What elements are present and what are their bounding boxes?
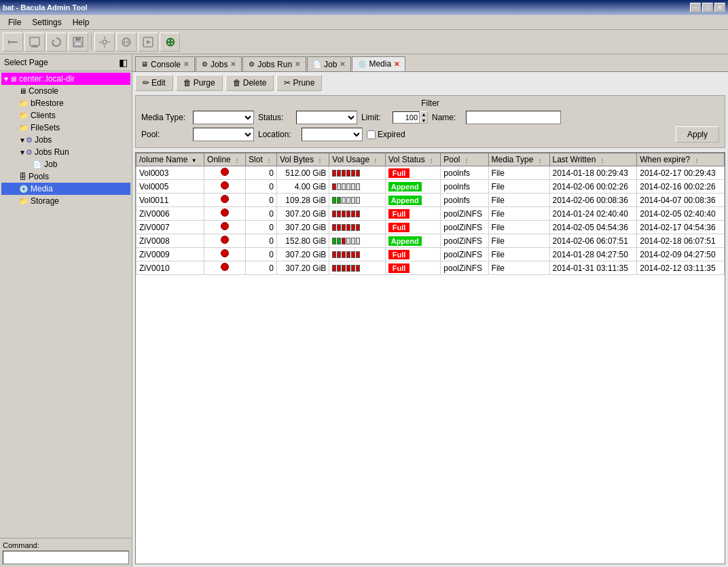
cell-slot: 0 (246, 180, 277, 194)
pool-select[interactable] (193, 128, 254, 141)
name-label: Name: (432, 113, 462, 122)
online-indicator (221, 263, 229, 271)
tree-toggle-jobsrun[interactable]: ▼ (19, 149, 26, 156)
cell-volume-name: ZiV0008 (136, 234, 204, 248)
table-row[interactable]: ZiV0007 0 307.20 GiB Full poolZiNFS File… (136, 221, 725, 234)
command-input[interactable] (3, 551, 129, 564)
table-row[interactable]: Vol0003 0 512.00 GiB Full poolnfs File 2… (136, 166, 725, 180)
menu-settings[interactable]: Settings (26, 16, 67, 29)
cell-vol-usage (329, 194, 385, 207)
edit-button[interactable]: ✏ Edit (135, 75, 173, 91)
center-label: center:.local-dir (19, 74, 75, 84)
apply-button[interactable]: Apply (676, 126, 719, 143)
col-when-expire[interactable]: When expire? ⋮ (637, 153, 725, 166)
svg-point-7 (103, 40, 107, 44)
cell-slot: 0 (246, 194, 277, 207)
col-vol-status[interactable]: Vol Status ⋮ (385, 153, 441, 166)
toolbar-restore[interactable]: ⊕ (160, 33, 180, 52)
delete-button[interactable]: 🗑 Delete (225, 75, 274, 91)
sidebar-item-storage[interactable]: 📁 Storage (1, 195, 130, 207)
toolbar-save[interactable] (68, 33, 88, 52)
col-volume-name[interactable]: /olume Name ▼ (136, 153, 204, 166)
minimize-button[interactable]: ─ (690, 3, 701, 12)
tree-toggle-jobs[interactable]: ▼ (19, 136, 26, 144)
window-title: bat - Bacula Admin Tool (3, 3, 88, 12)
col-vol-usage[interactable]: Vol Usage ⋮ (329, 153, 385, 166)
location-select[interactable] (302, 128, 363, 141)
status-badge: Full (388, 168, 410, 178)
table-row[interactable]: ZiV0010 0 307.20 GiB Full poolZiNFS File… (136, 261, 725, 275)
tab-media-close[interactable]: ✕ (394, 60, 399, 68)
jobsrun-label: Jobs Run (35, 147, 69, 157)
close-button[interactable]: ✕ (714, 3, 725, 12)
toolbar-connect[interactable] (3, 33, 23, 52)
table-row[interactable]: ZiV0006 0 307.20 GiB Full poolZiNFS File… (136, 207, 725, 221)
sidebar-item-center[interactable]: ▼ 🖥 center:.local-dir (1, 73, 130, 85)
cell-volume-name: Vol0003 (136, 166, 204, 180)
tab-jobs[interactable]: ⚙ Jobs ✕ (196, 56, 242, 71)
tree-toggle-center[interactable]: ▼ (3, 75, 10, 83)
limit-label: Limit: (361, 113, 388, 122)
toolbar-reload[interactable] (46, 33, 67, 52)
cell-last-written: 2014-02-06 00:02:26 (549, 180, 637, 194)
spinbox-down[interactable]: ▼ (420, 117, 428, 124)
table-row[interactable]: ZiV0009 0 307.20 GiB Full poolZiNFS File… (136, 248, 725, 261)
tab-media-icon: 💿 (358, 60, 366, 68)
purge-label: Purge (194, 78, 215, 88)
menu-file[interactable]: File (3, 16, 26, 29)
sidebar-item-filesets[interactable]: 📁 FileSets (1, 122, 130, 134)
cell-media-type: File (488, 248, 549, 261)
expired-checkbox[interactable] (367, 130, 376, 139)
table-row[interactable]: Vol0005 0 4.00 GiB Append poolnfs File 2… (136, 180, 725, 194)
limit-input[interactable] (393, 111, 420, 124)
sidebar-item-clients[interactable]: 📁 Clients (1, 109, 130, 122)
cell-vol-status: Append (385, 234, 441, 248)
prune-button[interactable]: ✂ Prune (276, 75, 322, 91)
col-online[interactable]: Online ⋮ (204, 153, 246, 166)
toolbar-network[interactable] (116, 33, 136, 52)
command-label: Command: (3, 541, 129, 549)
col-pool[interactable]: Pool ⋮ (441, 153, 488, 166)
tab-console-close[interactable]: ✕ (183, 60, 189, 68)
sidebar-pin-icon[interactable]: ◧ (119, 57, 128, 68)
col-last-written[interactable]: Last Written ⋮ (549, 153, 637, 166)
sidebar-item-pools[interactable]: 🗄 Pools (1, 170, 130, 183)
tab-media[interactable]: 💿 Media ✕ (352, 56, 405, 71)
menu-help[interactable]: Help (67, 16, 95, 29)
tab-jobs-close[interactable]: ✕ (230, 60, 236, 68)
purge-button[interactable]: 🗑 Purge (176, 75, 223, 91)
tab-jobsrun[interactable]: ⚙ Jobs Run ✕ (242, 56, 306, 71)
name-input[interactable] (466, 111, 561, 124)
sidebar-item-jobs[interactable]: ▼ ⚙ Jobs (1, 134, 130, 146)
status-badge: Full (388, 250, 410, 259)
cell-vol-status: Append (385, 180, 441, 194)
tab-console[interactable]: 🖥 Console ✕ (135, 56, 195, 71)
spinbox-up[interactable]: ▲ (420, 111, 428, 117)
tab-job[interactable]: 📄 Job ✕ (307, 56, 351, 71)
cell-vol-status: Full (385, 166, 441, 180)
col-media-type[interactable]: Media Type ⋮ (488, 153, 549, 166)
maximize-button[interactable]: □ (702, 3, 713, 12)
tab-jobsrun-close[interactable]: ✕ (295, 60, 300, 68)
status-select[interactable] (296, 111, 357, 124)
col-slot[interactable]: Slot ⋮ (246, 153, 277, 166)
toolbar-runjob[interactable] (138, 33, 158, 52)
sidebar-item-brestore[interactable]: 📁 bRestore (1, 97, 130, 109)
sidebar-item-console[interactable]: 🖥 Console (1, 85, 130, 97)
media-type-select[interactable] (193, 111, 254, 124)
online-indicator (221, 236, 229, 244)
toolbar-config[interactable] (94, 33, 115, 52)
sidebar-item-job[interactable]: 📄 Job (1, 158, 130, 170)
sidebar-item-jobsrun[interactable]: ▼ ⚙ Jobs Run (1, 146, 130, 158)
col-vol-bytes[interactable]: Vol Bytes ⋮ (277, 153, 329, 166)
sidebar-item-media[interactable]: 💿 Media (1, 183, 130, 195)
toolbar-status[interactable] (24, 33, 45, 52)
edit-label: Edit (151, 78, 166, 88)
jobs-label: Jobs (35, 135, 52, 145)
tab-job-close[interactable]: ✕ (340, 60, 345, 68)
table-row[interactable]: ZiV0008 0 152.80 GiB Append poolZiNFS Fi… (136, 234, 725, 248)
cell-when-expire: 2014-02-17 00:29:43 (637, 166, 725, 180)
table-row[interactable]: Vol0011 0 109.28 GiB Append poolnfs File… (136, 194, 725, 207)
main-layout: Select Page ◧ ▼ 🖥 center:.local-dir 🖥 Co… (0, 54, 728, 567)
cell-pool: poolnfs (441, 166, 488, 180)
